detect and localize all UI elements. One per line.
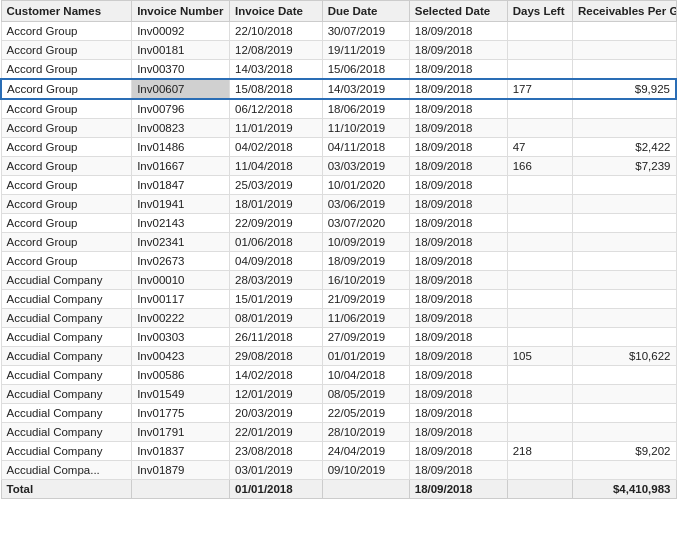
cell-due-date: 18/06/2019	[322, 99, 409, 119]
cell-days-left	[507, 99, 572, 119]
table-row[interactable]: Accord GroupInv0037014/03/201815/06/2018…	[1, 60, 676, 80]
cell-selected-date: 18/09/2018	[409, 461, 507, 480]
col-header-selected-date: Selected Date	[409, 1, 507, 22]
table-row[interactable]: Accudial CompanyInv0001028/03/201916/10/…	[1, 271, 676, 290]
cell-invoice-number: Inv01879	[132, 461, 230, 480]
table-row[interactable]: Accudial CompanyInv0179122/01/201928/10/…	[1, 423, 676, 442]
cell-customer: Accudial Company	[1, 347, 132, 366]
table-row[interactable]: Accord GroupInv0009222/10/201830/07/2019…	[1, 22, 676, 41]
cell-days-left	[507, 233, 572, 252]
cell-customer: Accudial Company	[1, 442, 132, 461]
col-header-invoice-number: Invoice Number	[132, 1, 230, 22]
table-row[interactable]: Accord GroupInv0148604/02/201804/11/2018…	[1, 138, 676, 157]
table-row[interactable]: Accord GroupInv0018112/08/201919/11/2019…	[1, 41, 676, 60]
cell-invoice-date: 12/01/2019	[230, 385, 323, 404]
table-row[interactable]: Accord GroupInv0194118/01/201903/06/2019…	[1, 195, 676, 214]
cell-customer: Accord Group	[1, 252, 132, 271]
cell-receivables: $2,422	[573, 138, 676, 157]
cell-invoice-number: Inv01837	[132, 442, 230, 461]
cell-receivables	[573, 22, 676, 41]
cell-customer: Accudial Company	[1, 404, 132, 423]
footer-invoice-date: 01/01/2018	[230, 480, 323, 499]
cell-invoice-date: 20/03/2019	[230, 404, 323, 423]
cell-customer: Accord Group	[1, 41, 132, 60]
cell-selected-date: 18/09/2018	[409, 214, 507, 233]
cell-due-date: 01/01/2019	[322, 347, 409, 366]
col-header-customer: Customer Names	[1, 1, 132, 22]
cell-selected-date: 18/09/2018	[409, 385, 507, 404]
cell-selected-date: 18/09/2018	[409, 195, 507, 214]
cell-selected-date: 18/09/2018	[409, 347, 507, 366]
footer-days-left	[507, 480, 572, 499]
table-row[interactable]: Accudial CompanyInv0177520/03/201922/05/…	[1, 404, 676, 423]
footer-invoice-number	[132, 480, 230, 499]
cell-due-date: 18/09/2019	[322, 252, 409, 271]
cell-selected-date: 18/09/2018	[409, 271, 507, 290]
cell-due-date: 27/09/2019	[322, 328, 409, 347]
cell-days-left	[507, 309, 572, 328]
table-row[interactable]: Accord GroupInv0166711/04/201803/03/2019…	[1, 157, 676, 176]
table-row[interactable]: Accudial CompanyInv0011715/01/201921/09/…	[1, 290, 676, 309]
cell-invoice-number: Inv01775	[132, 404, 230, 423]
table-row[interactable]: Accord GroupInv0184725/03/201910/01/2020…	[1, 176, 676, 195]
cell-customer: Accudial Company	[1, 366, 132, 385]
cell-invoice-date: 06/12/2018	[230, 99, 323, 119]
cell-days-left	[507, 461, 572, 480]
cell-due-date: 14/03/2019	[322, 79, 409, 99]
main-table-container: Customer Names Invoice Number Invoice Da…	[0, 0, 677, 499]
cell-customer: Accord Group	[1, 138, 132, 157]
cell-selected-date: 18/09/2018	[409, 176, 507, 195]
cell-invoice-date: 26/11/2018	[230, 328, 323, 347]
cell-due-date: 11/10/2019	[322, 119, 409, 138]
table-row[interactable]: Accord GroupInv0082311/01/201911/10/2019…	[1, 119, 676, 138]
cell-selected-date: 18/09/2018	[409, 290, 507, 309]
cell-due-date: 03/06/2019	[322, 195, 409, 214]
cell-customer: Accord Group	[1, 79, 132, 99]
cell-receivables	[573, 41, 676, 60]
cell-days-left: 218	[507, 442, 572, 461]
cell-receivables: $10,622	[573, 347, 676, 366]
table-row[interactable]: Accord GroupInv0234101/06/201810/09/2019…	[1, 233, 676, 252]
cell-due-date: 10/04/2018	[322, 366, 409, 385]
cell-invoice-date: 15/08/2018	[230, 79, 323, 99]
table-row[interactable]: Accord GroupInv0060715/08/201814/03/2019…	[1, 79, 676, 99]
cell-due-date: 30/07/2019	[322, 22, 409, 41]
cell-invoice-date: 03/01/2019	[230, 461, 323, 480]
cell-due-date: 11/06/2019	[322, 309, 409, 328]
cell-customer: Accudial Company	[1, 309, 132, 328]
table-footer-row: Total 01/01/2018 18/09/2018 $4,410,983	[1, 480, 676, 499]
table-row[interactable]: Accudial CompanyInv0154912/01/201908/05/…	[1, 385, 676, 404]
cell-customer: Accord Group	[1, 195, 132, 214]
cell-receivables	[573, 271, 676, 290]
cell-receivables	[573, 214, 676, 233]
table-row[interactable]: Accord GroupInv0267304/09/201818/09/2019…	[1, 252, 676, 271]
table-row[interactable]: Accudial CompanyInv0183723/08/201824/04/…	[1, 442, 676, 461]
table-row[interactable]: Accudial CompanyInv0042329/08/201801/01/…	[1, 347, 676, 366]
cell-customer: Accord Group	[1, 157, 132, 176]
cell-receivables	[573, 290, 676, 309]
cell-receivables: $9,925	[573, 79, 676, 99]
cell-invoice-number: Inv00370	[132, 60, 230, 80]
col-header-receivables: Receivables Per Group	[573, 1, 676, 22]
cell-invoice-number: Inv01549	[132, 385, 230, 404]
cell-customer: Accord Group	[1, 176, 132, 195]
cell-invoice-number: Inv00607	[132, 79, 230, 99]
cell-receivables: $9,202	[573, 442, 676, 461]
cell-invoice-date: 14/03/2018	[230, 60, 323, 80]
table-row[interactable]: Accudial CompanyInv0058614/02/201810/04/…	[1, 366, 676, 385]
table-row[interactable]: Accudial CompanyInv0030326/11/201827/09/…	[1, 328, 676, 347]
table-row[interactable]: Accord GroupInv0214322/09/201903/07/2020…	[1, 214, 676, 233]
cell-days-left: 47	[507, 138, 572, 157]
cell-invoice-number: Inv00823	[132, 119, 230, 138]
table-row[interactable]: Accudial Compa...Inv0187903/01/201909/10…	[1, 461, 676, 480]
table-row[interactable]: Accord GroupInv0079606/12/201818/06/2019…	[1, 99, 676, 119]
cell-selected-date: 18/09/2018	[409, 366, 507, 385]
cell-invoice-number: Inv00092	[132, 22, 230, 41]
cell-selected-date: 18/09/2018	[409, 22, 507, 41]
cell-days-left	[507, 176, 572, 195]
cell-invoice-number: Inv00222	[132, 309, 230, 328]
cell-customer: Accord Group	[1, 60, 132, 80]
cell-customer: Accord Group	[1, 119, 132, 138]
table-row[interactable]: Accudial CompanyInv0022208/01/201911/06/…	[1, 309, 676, 328]
cell-days-left: 177	[507, 79, 572, 99]
